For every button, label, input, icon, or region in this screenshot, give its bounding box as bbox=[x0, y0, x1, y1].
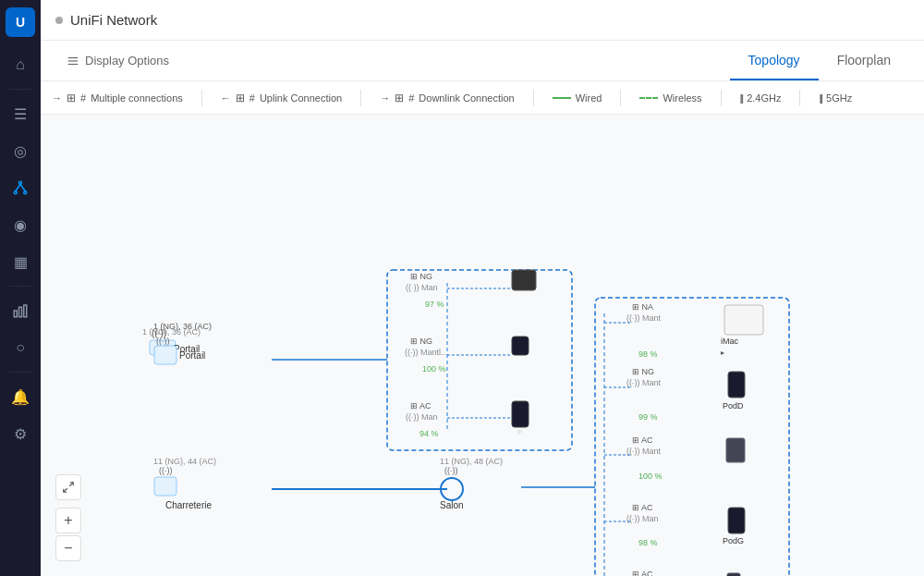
svg-line-3 bbox=[16, 184, 20, 191]
node-ng-podd[interactable]: ⊞ NG ((·)) Mant PodD 99 % bbox=[626, 367, 745, 422]
sidebar-item-home[interactable]: ⌂ bbox=[4, 48, 37, 81]
svg-text:⊞ NG: ⊞ NG bbox=[410, 337, 432, 346]
app-title: UniFi Network bbox=[70, 12, 157, 28]
svg-rect-15 bbox=[154, 346, 176, 364]
tablet-percent: 100 % bbox=[638, 472, 663, 481]
legend-downlink: → ⊞ # Downlink Connection bbox=[380, 92, 514, 104]
svg-point-2 bbox=[24, 191, 27, 194]
svg-text:⊞ NG: ⊞ NG bbox=[632, 367, 654, 376]
ac1-percent: 94 % bbox=[419, 429, 439, 438]
imac-percent: 98 % bbox=[638, 349, 658, 359]
sidebar-item-location[interactable]: ◉ bbox=[4, 208, 37, 241]
svg-text:((·)) Mant: ((·)) Mant bbox=[626, 313, 661, 323]
legend-sep-2 bbox=[360, 90, 361, 106]
legend-wired: Wired bbox=[553, 92, 602, 104]
ng1-percent: 97 % bbox=[425, 300, 444, 309]
app-logo[interactable]: U bbox=[6, 7, 35, 37]
svg-text:((·)) Man: ((·)) Man bbox=[406, 283, 438, 292]
node-charreterie[interactable]: 11 (NG), 44 (AC) ((·)) Charreterie bbox=[153, 457, 216, 510]
legend-multiple-connections: → ⊞ # Multiple connections bbox=[52, 92, 183, 104]
podd-device bbox=[728, 372, 745, 398]
zoom-out-button[interactable]: − bbox=[55, 535, 81, 561]
podg-label: PodG bbox=[723, 536, 744, 545]
node-na-imac[interactable]: ⊞ NA ((·)) Mant iMac ▸ 98 % bbox=[626, 302, 763, 359]
sidebar-item-stats[interactable]: ▦ bbox=[4, 245, 37, 278]
svg-rect-7 bbox=[24, 305, 27, 317]
node-ac1[interactable]: ⊞ AC ((·)) Man P 94 % bbox=[406, 401, 529, 438]
sidebar-item-topology[interactable] bbox=[4, 171, 37, 204]
sidebar-divider-3 bbox=[9, 372, 31, 373]
legend-uplink: ← ⊞ # Uplink Connection bbox=[221, 92, 342, 104]
ng2-percent: 100 % bbox=[422, 364, 446, 374]
sidebar-item-chart[interactable] bbox=[4, 294, 37, 327]
tab-floorplan[interactable]: Floorplan bbox=[819, 41, 909, 80]
topology-svg: ((·)) 1 (NG), 36 (AC) Portail ((·)) 1 (N… bbox=[59, 133, 891, 576]
node-ac-podg[interactable]: ⊞ AC ((·)) Man PodG 98 % bbox=[626, 503, 745, 547]
sidebar-item-settings[interactable]: ⚙ bbox=[4, 417, 37, 450]
svg-text:((·)): ((·)) bbox=[159, 466, 173, 475]
legend-5ghz: ||| 5GHz bbox=[819, 92, 852, 104]
legend-24ghz: ||| 2.4GHz bbox=[740, 92, 782, 104]
main-content: UniFi Network Display Options Topology F… bbox=[41, 0, 924, 576]
sidebar-item-activity[interactable]: ◎ bbox=[4, 134, 37, 167]
svg-text:((·)) Man: ((·)) Man bbox=[406, 412, 438, 422]
sidebar-item-bell[interactable]: 🔔 bbox=[4, 380, 37, 413]
sidebar-item-menu[interactable]: ☰ bbox=[4, 97, 37, 130]
legend-sep-1 bbox=[201, 90, 202, 106]
svg-point-0 bbox=[19, 181, 22, 184]
svg-text:11 (NG), 44 (AC): 11 (NG), 44 (AC) bbox=[153, 457, 216, 466]
svg-text:1 (NG), 36 (AC): 1 (NG), 36 (AC) bbox=[142, 327, 201, 337]
portail-group-box bbox=[387, 270, 572, 450]
tab-topology[interactable]: Topology bbox=[730, 41, 819, 80]
signal-24-icon: ||| bbox=[740, 92, 743, 104]
zoom-in-button[interactable]: + bbox=[55, 508, 81, 533]
legend-wireless: Wireless bbox=[639, 92, 701, 104]
svg-text:((·)) Man: ((·)) Man bbox=[626, 514, 659, 523]
svg-text:((·)) Mant: ((·)) Mant bbox=[626, 378, 661, 387]
svg-rect-6 bbox=[19, 307, 22, 317]
display-options-label: Display Options bbox=[85, 54, 169, 67]
svg-text:11 (NG), 48 (AC): 11 (NG), 48 (AC) bbox=[440, 457, 503, 466]
salon-group-box bbox=[595, 298, 789, 576]
svg-text:((·)): ((·)) bbox=[156, 337, 170, 346]
svg-text:((·)) Mantl...: ((·)) Mantl... bbox=[405, 348, 448, 357]
ac1-device-label: P bbox=[517, 428, 522, 436]
tablet-device bbox=[726, 438, 745, 462]
imac-label: iMac bbox=[721, 337, 739, 346]
node-ng1[interactable]: ⊞ NG ((·)) Man 97 % bbox=[406, 270, 536, 309]
svg-text:⊞ AC: ⊞ AC bbox=[410, 401, 432, 411]
sidebar-item-globe[interactable]: ○ bbox=[4, 331, 37, 364]
svg-text:▸: ▸ bbox=[721, 349, 724, 357]
podg-percent: 98 % bbox=[638, 538, 658, 547]
tabbar: Display Options Topology Floorplan bbox=[41, 41, 924, 81]
imac-device bbox=[724, 305, 763, 335]
svg-text:⊞ AC: ⊞ AC bbox=[632, 435, 653, 445]
svg-text:Portail: Portail bbox=[179, 350, 205, 361]
svg-line-12 bbox=[64, 488, 67, 492]
connection-status-indicator bbox=[55, 17, 63, 24]
svg-rect-5 bbox=[14, 311, 17, 317]
tabs-container: Topology Floorplan bbox=[730, 41, 909, 80]
legend-sep-5 bbox=[721, 90, 722, 106]
fit-to-screen-button[interactable] bbox=[55, 474, 81, 500]
legend-sep-6 bbox=[799, 90, 800, 106]
legend-sep-4 bbox=[620, 90, 621, 106]
zoom-controls: + − bbox=[55, 474, 81, 561]
ng2-device bbox=[512, 337, 529, 355]
node-salon[interactable]: 11 (NG), 48 (AC) ((·)) Salon bbox=[440, 457, 503, 510]
svg-text:⊞ AC: ⊞ AC bbox=[632, 570, 653, 576]
ng1-device bbox=[512, 270, 536, 290]
sidebar: U ⌂ ☰ ◎ ◉ ▦ ○ 🔔 ⚙ bbox=[0, 0, 41, 576]
wired-line-icon bbox=[553, 97, 571, 99]
svg-text:⊞ NA: ⊞ NA bbox=[632, 302, 653, 312]
node-ac-phone[interactable]: ⊞ AC ((·)) Mantl 100 % bbox=[626, 570, 740, 576]
display-options-toggle[interactable]: Display Options bbox=[55, 41, 180, 80]
node-ac-tablet[interactable]: ⊞ AC ((·)) Mant 100 % bbox=[626, 435, 745, 481]
svg-text:Salon: Salon bbox=[440, 500, 464, 510]
podg-device bbox=[728, 508, 745, 533]
topbar: UniFi Network bbox=[41, 0, 924, 41]
signal-5-icon: ||| bbox=[819, 92, 821, 104]
sidebar-divider-2 bbox=[9, 286, 31, 287]
topology-canvas[interactable]: + − ((·)) bbox=[41, 115, 924, 576]
svg-rect-25 bbox=[154, 477, 176, 496]
